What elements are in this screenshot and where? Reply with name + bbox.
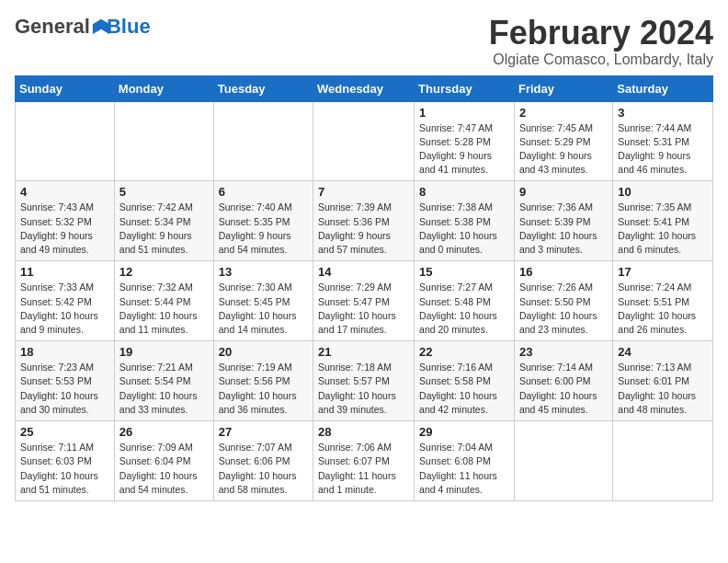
calendar-cell: 25Sunrise: 7:11 AM Sunset: 6:03 PM Dayli… xyxy=(16,421,115,501)
day-number: 5 xyxy=(119,185,209,199)
col-header-saturday: Saturday xyxy=(613,75,713,101)
day-info: Sunrise: 7:24 AM Sunset: 5:51 PM Dayligh… xyxy=(618,281,708,337)
day-number: 10 xyxy=(618,185,708,199)
day-number: 20 xyxy=(219,345,308,359)
day-number: 23 xyxy=(519,345,608,359)
calendar-cell: 13Sunrise: 7:30 AM Sunset: 5:45 PM Dayli… xyxy=(213,261,313,341)
calendar-cell: 12Sunrise: 7:32 AM Sunset: 5:44 PM Dayli… xyxy=(114,261,213,341)
calendar-cell: 23Sunrise: 7:14 AM Sunset: 6:00 PM Dayli… xyxy=(514,341,612,421)
day-info: Sunrise: 7:40 AM Sunset: 5:35 PM Dayligh… xyxy=(219,201,308,257)
day-number: 19 xyxy=(119,345,209,359)
day-number: 21 xyxy=(318,345,409,359)
day-number: 24 xyxy=(618,345,708,359)
calendar-cell: 19Sunrise: 7:21 AM Sunset: 5:54 PM Dayli… xyxy=(114,341,213,421)
day-info: Sunrise: 7:42 AM Sunset: 5:34 PM Dayligh… xyxy=(119,201,209,257)
location-title: Olgiate Comasco, Lombardy, Italy xyxy=(489,52,713,68)
logo-general-text: General xyxy=(15,15,90,39)
calendar-cell: 2Sunrise: 7:45 AM Sunset: 5:29 PM Daylig… xyxy=(514,101,612,181)
calendar-cell: 26Sunrise: 7:09 AM Sunset: 6:04 PM Dayli… xyxy=(114,421,213,501)
calendar-cell xyxy=(114,101,213,181)
col-header-friday: Friday xyxy=(514,75,612,101)
day-info: Sunrise: 7:18 AM Sunset: 5:57 PM Dayligh… xyxy=(318,361,409,417)
calendar-cell: 22Sunrise: 7:16 AM Sunset: 5:58 PM Dayli… xyxy=(415,341,515,421)
day-number: 2 xyxy=(519,106,608,120)
day-number: 13 xyxy=(219,265,308,279)
day-info: Sunrise: 7:16 AM Sunset: 5:58 PM Dayligh… xyxy=(419,361,509,417)
calendar-cell: 16Sunrise: 7:26 AM Sunset: 5:50 PM Dayli… xyxy=(514,261,612,341)
calendar-cell: 21Sunrise: 7:18 AM Sunset: 5:57 PM Dayli… xyxy=(313,341,415,421)
day-info: Sunrise: 7:32 AM Sunset: 5:44 PM Dayligh… xyxy=(119,281,209,337)
day-number: 29 xyxy=(419,425,509,439)
day-info: Sunrise: 7:06 AM Sunset: 6:07 PM Dayligh… xyxy=(318,441,409,497)
logo-icon xyxy=(91,17,106,36)
day-number: 28 xyxy=(318,425,409,439)
day-number: 18 xyxy=(20,345,109,359)
calendar-cell: 15Sunrise: 7:27 AM Sunset: 5:48 PM Dayli… xyxy=(415,261,515,341)
day-info: Sunrise: 7:07 AM Sunset: 6:06 PM Dayligh… xyxy=(219,441,308,497)
calendar-cell xyxy=(514,421,612,501)
page-header: General Blue February 2024 Olgiate Comas… xyxy=(15,15,713,68)
calendar-cell: 24Sunrise: 7:13 AM Sunset: 6:01 PM Dayli… xyxy=(613,341,713,421)
logo-blue-text: Blue xyxy=(107,15,151,39)
calendar-cell: 29Sunrise: 7:04 AM Sunset: 6:08 PM Dayli… xyxy=(415,421,515,501)
calendar-cell xyxy=(613,421,713,501)
day-info: Sunrise: 7:14 AM Sunset: 6:00 PM Dayligh… xyxy=(519,361,608,417)
day-info: Sunrise: 7:47 AM Sunset: 5:28 PM Dayligh… xyxy=(419,121,509,178)
day-info: Sunrise: 7:43 AM Sunset: 5:32 PM Dayligh… xyxy=(20,201,109,257)
day-number: 11 xyxy=(20,265,109,279)
calendar-cell: 28Sunrise: 7:06 AM Sunset: 6:07 PM Dayli… xyxy=(313,421,415,501)
calendar-cell: 7Sunrise: 7:39 AM Sunset: 5:36 PM Daylig… xyxy=(313,181,415,261)
calendar-cell: 5Sunrise: 7:42 AM Sunset: 5:34 PM Daylig… xyxy=(114,181,213,261)
day-number: 15 xyxy=(419,265,509,279)
day-number: 12 xyxy=(119,265,209,279)
logo: General Blue xyxy=(15,15,151,39)
day-number: 4 xyxy=(20,185,109,199)
day-info: Sunrise: 7:11 AM Sunset: 6:03 PM Dayligh… xyxy=(20,441,109,497)
day-info: Sunrise: 7:36 AM Sunset: 5:39 PM Dayligh… xyxy=(519,201,608,257)
day-info: Sunrise: 7:35 AM Sunset: 5:41 PM Dayligh… xyxy=(618,201,708,257)
col-header-tuesday: Tuesday xyxy=(213,75,313,101)
calendar-cell: 11Sunrise: 7:33 AM Sunset: 5:42 PM Dayli… xyxy=(16,261,115,341)
calendar-cell: 4Sunrise: 7:43 AM Sunset: 5:32 PM Daylig… xyxy=(16,181,115,261)
day-number: 16 xyxy=(519,265,608,279)
col-header-thursday: Thursday xyxy=(415,75,515,101)
calendar-cell xyxy=(313,101,415,181)
day-info: Sunrise: 7:29 AM Sunset: 5:47 PM Dayligh… xyxy=(318,281,409,337)
calendar-cell: 8Sunrise: 7:38 AM Sunset: 5:38 PM Daylig… xyxy=(415,181,515,261)
day-info: Sunrise: 7:09 AM Sunset: 6:04 PM Dayligh… xyxy=(119,441,209,497)
day-info: Sunrise: 7:19 AM Sunset: 5:56 PM Dayligh… xyxy=(219,361,308,417)
month-year-title: February 2024 xyxy=(489,15,713,52)
day-number: 25 xyxy=(20,425,109,439)
calendar-cell: 18Sunrise: 7:23 AM Sunset: 5:53 PM Dayli… xyxy=(16,341,115,421)
calendar-cell xyxy=(16,101,115,181)
day-info: Sunrise: 7:04 AM Sunset: 6:08 PM Dayligh… xyxy=(419,441,509,497)
day-info: Sunrise: 7:30 AM Sunset: 5:45 PM Dayligh… xyxy=(219,281,308,337)
day-info: Sunrise: 7:27 AM Sunset: 5:48 PM Dayligh… xyxy=(419,281,509,337)
day-number: 17 xyxy=(618,265,708,279)
calendar-cell: 10Sunrise: 7:35 AM Sunset: 5:41 PM Dayli… xyxy=(613,181,713,261)
calendar-cell: 1Sunrise: 7:47 AM Sunset: 5:28 PM Daylig… xyxy=(415,101,515,181)
day-info: Sunrise: 7:45 AM Sunset: 5:29 PM Dayligh… xyxy=(519,121,608,178)
day-number: 26 xyxy=(119,425,209,439)
day-number: 9 xyxy=(519,185,608,199)
calendar-cell xyxy=(213,101,313,181)
day-number: 1 xyxy=(419,106,509,120)
day-number: 3 xyxy=(618,106,708,120)
day-info: Sunrise: 7:44 AM Sunset: 5:31 PM Dayligh… xyxy=(618,121,708,178)
day-info: Sunrise: 7:33 AM Sunset: 5:42 PM Dayligh… xyxy=(20,281,109,337)
calendar-cell: 27Sunrise: 7:07 AM Sunset: 6:06 PM Dayli… xyxy=(213,421,313,501)
day-number: 22 xyxy=(419,345,509,359)
calendar-cell: 14Sunrise: 7:29 AM Sunset: 5:47 PM Dayli… xyxy=(313,261,415,341)
col-header-sunday: Sunday xyxy=(16,75,115,101)
day-number: 8 xyxy=(419,185,509,199)
col-header-monday: Monday xyxy=(114,75,213,101)
day-number: 7 xyxy=(318,185,409,199)
day-number: 14 xyxy=(318,265,409,279)
title-area: February 2024 Olgiate Comasco, Lombardy,… xyxy=(489,15,713,68)
calendar-table: SundayMondayTuesdayWednesdayThursdayFrid… xyxy=(15,75,713,501)
day-info: Sunrise: 7:23 AM Sunset: 5:53 PM Dayligh… xyxy=(20,361,109,417)
svg-marker-0 xyxy=(93,19,109,35)
calendar-cell: 20Sunrise: 7:19 AM Sunset: 5:56 PM Dayli… xyxy=(213,341,313,421)
day-info: Sunrise: 7:38 AM Sunset: 5:38 PM Dayligh… xyxy=(419,201,509,257)
day-info: Sunrise: 7:26 AM Sunset: 5:50 PM Dayligh… xyxy=(519,281,608,337)
